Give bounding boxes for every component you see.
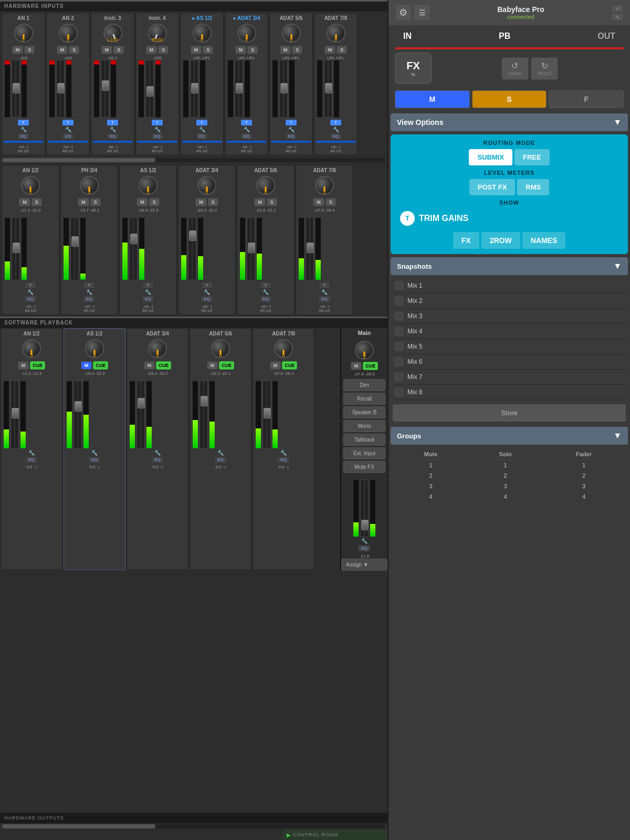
sp-channel-adat34-fader[interactable] [136, 381, 145, 449]
channel-adat56-knob[interactable]: 0 [281, 23, 302, 44]
sp-channel-adat56-wrench[interactable]: 🔧 [217, 450, 224, 456]
snapshot-mix3[interactable]: Mix 3 [393, 309, 626, 324]
channel-instr4-solo[interactable]: S [158, 46, 169, 54]
channel-adat78-mute[interactable]: M [324, 46, 336, 54]
channel-ph34-knob[interactable]: 0 [79, 175, 100, 196]
channel-adat56-solo[interactable]: S [292, 46, 302, 54]
channel-ph34-trim[interactable]: T [83, 282, 96, 289]
btn-show-fx[interactable]: FX [453, 232, 479, 249]
tab-in[interactable]: IN [395, 29, 420, 43]
sp-channel-adat56-arrow[interactable]: ◀ [223, 465, 226, 469]
channel-adat78-r2-solo[interactable]: S [326, 198, 336, 206]
sp-channel-adat78-fader[interactable] [262, 381, 271, 449]
channel-adat78-knob[interactable]: 0 [326, 23, 346, 44]
channel-adat78-eq[interactable]: EQ [330, 133, 342, 140]
channel-adat34-solo[interactable]: S [247, 46, 258, 54]
channel-adat56-r2-solo[interactable]: S [267, 198, 277, 206]
channel-adat34-r2-fader[interactable] [188, 217, 196, 280]
channel-instr4-arrow[interactable]: ◀ [159, 144, 162, 149]
sp-channel-as12-cue[interactable]: CUE [93, 361, 108, 370]
sp-channel-adat78-mute[interactable]: M [270, 361, 281, 370]
channel-instr3-wrench[interactable]: 🔧 [110, 127, 116, 132]
snapshot-mix4[interactable]: Mix 4 [393, 324, 626, 339]
channel-as12-r2-trim[interactable]: T [142, 282, 154, 289]
btn-recall[interactable]: Recall [343, 393, 385, 405]
sp-channel-an12-cue[interactable]: CUE [30, 361, 45, 370]
btn-mute-fx[interactable]: Mute FX [343, 461, 385, 473]
groups-row-4[interactable]: 4 4 4 [393, 491, 626, 502]
sp-channel-adat34-mute[interactable]: M [144, 361, 155, 370]
channel-an12-r2-trim[interactable]: T [25, 282, 37, 289]
channel-adat56-r2-fader[interactable] [247, 217, 255, 280]
channel-as12-wrench[interactable]: 🔧 [199, 127, 205, 132]
channel-adat56-r2-trim[interactable]: T [260, 282, 272, 289]
channel-adat78-solo[interactable]: S [337, 46, 347, 54]
channel-adat34-r2-mute[interactable]: M [195, 198, 207, 206]
channel-adat78-r2-mute[interactable]: M [313, 198, 324, 206]
sp-channel-an12-wrench[interactable]: 🔧 [28, 450, 35, 456]
channel-adat56-arrow[interactable]: ◀ [293, 144, 296, 149]
sp-channel-adat34-wrench[interactable]: 🔧 [154, 450, 161, 456]
channel-instr4-fader[interactable] [145, 60, 154, 118]
sp-channel-an12-arrow[interactable]: ◀ [34, 465, 37, 469]
sp-channel-as12-arrow[interactable]: ◀ [97, 465, 100, 469]
snapshots-header[interactable]: Snapshots ▼ [391, 257, 628, 275]
channel-adat78-fader[interactable] [324, 60, 332, 118]
channel-an2-eq[interactable]: EQ [62, 133, 75, 140]
channel-an12-r2-knob[interactable]: 0 [20, 175, 41, 196]
btn-free[interactable]: FREE [514, 149, 550, 165]
sp-channel-adat56-knob[interactable]: 0 [210, 338, 231, 359]
channel-an12-r2-solo[interactable]: S [32, 198, 42, 206]
sp-channel-adat78-wrench[interactable]: 🔧 [280, 450, 287, 456]
main-channel-mute[interactable]: M [351, 362, 362, 370]
channel-an1-fader[interactable] [12, 60, 20, 118]
snapshot-mix6[interactable]: Mix 6 [393, 354, 626, 370]
sp-channel-adat56-cue[interactable]: CUE [219, 361, 234, 370]
channel-an12-r2-mute[interactable]: M [19, 198, 30, 206]
channel-adat34-r2-trim[interactable]: T [201, 282, 213, 289]
btn-ext-input[interactable]: Ext. Input [343, 447, 385, 459]
main-channel-cue[interactable]: CUE [363, 362, 378, 370]
channel-instr3-solo[interactable]: S [113, 46, 124, 54]
sp-channel-an12-knob[interactable]: 0 [21, 338, 42, 359]
channel-as12-r2-eq[interactable]: EQ [142, 296, 154, 302]
sp-channel-an12-eq[interactable]: EQ [25, 456, 38, 463]
channel-adat34-r2-wrench[interactable]: 🔧 [204, 289, 210, 295]
channel-an12-r2-fader[interactable] [12, 217, 20, 280]
channel-instr3-arrow[interactable]: ◀ [114, 144, 118, 149]
channel-ph34-arrow[interactable]: ◀ [91, 304, 94, 309]
channel-an1-wrench[interactable]: 🔧 [20, 127, 27, 132]
channel-an2-arrow[interactable]: ◀ [70, 144, 73, 149]
channel-adat56-r2-eq[interactable]: EQ [259, 296, 272, 302]
channel-adat78-wrench[interactable]: 🔧 [333, 127, 339, 132]
btn-submix[interactable]: SUBMIX [469, 149, 512, 165]
channel-instr4-knob[interactable]: R100 [147, 23, 168, 44]
snapshot-mix2[interactable]: Mix 2 [393, 293, 626, 309]
channel-as12-knob[interactable]: 0 [192, 23, 213, 44]
tab-pb[interactable]: PB [490, 29, 519, 43]
sp-channel-adat34-cue[interactable]: CUE [156, 361, 171, 370]
groups-row-3[interactable]: 3 3 3 [393, 481, 626, 491]
channel-adat56-r2-mute[interactable]: M [254, 198, 266, 206]
btn-post-fx[interactable]: POST FX [469, 179, 516, 195]
sp-channel-adat56-mute[interactable]: M [207, 361, 218, 370]
channel-adat34-eq[interactable]: EQ [240, 133, 253, 140]
btn-store[interactable]: Store [393, 404, 626, 422]
btn-redo[interactable]: ↻ REDO [531, 57, 558, 80]
channel-an2-mute[interactable]: M [57, 46, 68, 54]
btn-undo[interactable]: ↺ UNDO [501, 57, 529, 80]
channel-an1-eq[interactable]: EQ [17, 133, 30, 140]
snapshot-mix8[interactable]: Mix 8 [393, 385, 626, 400]
channel-an2-solo[interactable]: S [69, 46, 79, 54]
channel-adat78-r2-arrow[interactable]: ◀ [327, 304, 330, 309]
channel-adat34-mute[interactable]: M [235, 46, 247, 54]
sp-channel-as12-knob[interactable]: 0 [84, 338, 105, 359]
sp-channel-adat34-eq[interactable]: EQ [151, 456, 164, 463]
channel-instr4-wrench[interactable]: 🔧 [154, 127, 161, 132]
channel-as12-r2-mute[interactable]: M [136, 198, 148, 206]
channel-an1-mute[interactable]: M [12, 46, 24, 54]
channel-adat78-r2-knob[interactable]: 0 [314, 175, 335, 196]
channel-an2-fader[interactable] [56, 60, 65, 118]
channel-adat78-r2-wrench[interactable]: 🔧 [321, 289, 328, 295]
channel-adat56-r2-wrench[interactable]: 🔧 [262, 289, 269, 295]
